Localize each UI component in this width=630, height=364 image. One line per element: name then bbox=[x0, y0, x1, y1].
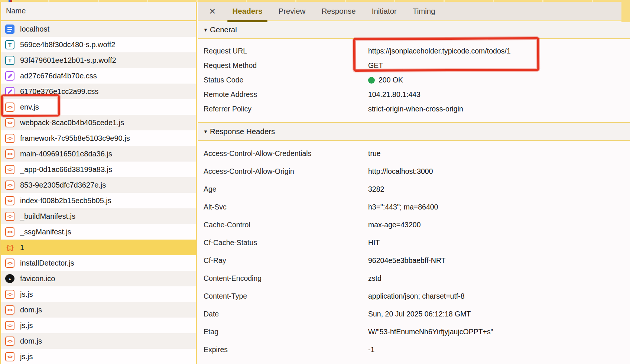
header-value: zstd bbox=[368, 274, 381, 283]
request-row[interactable]: <>dom.js bbox=[1, 302, 196, 318]
header-row: Request MethodGET bbox=[198, 58, 630, 73]
request-row[interactable]: <>js.js bbox=[1, 318, 196, 333]
header-key: Referrer Policy bbox=[204, 105, 368, 113]
header-key: Cf-Ray bbox=[204, 256, 368, 265]
tabbar-edge-highlight bbox=[621, 2, 630, 22]
header-key: Access-Control-Allow-Credentials bbox=[204, 149, 368, 158]
devtools-network-panel: Name localhostT569ce4b8f30dc480-s.p.woff… bbox=[0, 0, 630, 364]
request-row[interactable]: ad27c676daf4b70e.css bbox=[1, 68, 196, 84]
request-row[interactable]: 6170e376e1cc2a99.css bbox=[1, 84, 196, 99]
request-row[interactable]: T93f479601ee12b01-s.p.woff2 bbox=[1, 52, 196, 68]
request-row[interactable]: <>_buildManifest.js bbox=[1, 208, 196, 224]
font-file-icon: T bbox=[5, 56, 14, 65]
request-name: main-4096916501e8da36.js bbox=[20, 150, 112, 158]
response-headers-section: Access-Control-Allow-CredentialstrueAcce… bbox=[198, 141, 630, 358]
request-name: _ssgManifest.js bbox=[20, 228, 71, 236]
json-file-icon: {;} bbox=[5, 243, 14, 252]
header-value: 96204e5e3bbaebff-NRT bbox=[368, 256, 446, 265]
status-ok-dot-icon bbox=[368, 77, 375, 84]
request-name: _buildManifest.js bbox=[20, 212, 75, 221]
header-value: http://localhost:3000 bbox=[368, 167, 433, 176]
header-key: Remote Address bbox=[204, 90, 368, 99]
collapse-caret-icon: ▼ bbox=[203, 27, 208, 33]
header-row: EtagW/"53-hfEnumeNh6YirfjyjaujcOPPT+s" bbox=[198, 323, 630, 341]
request-row[interactable]: <>webpack-8cac0b4b405cede1.js bbox=[1, 115, 196, 130]
header-value-text: Sun, 20 Jul 2025 06:12:18 GMT bbox=[368, 310, 471, 318]
request-name: 569ce4b8f30dc480-s.p.woff2 bbox=[20, 40, 116, 49]
request-row[interactable]: <>853-9e2305dfc7d3627e.js bbox=[1, 177, 196, 193]
request-name: localhost bbox=[20, 25, 49, 33]
header-key: Content-Type bbox=[204, 292, 368, 300]
request-name: dom.js bbox=[20, 306, 42, 314]
request-name: webpack-8cac0b4b405cede1.js bbox=[20, 118, 124, 127]
header-value-text: application/json; charset=utf-8 bbox=[368, 292, 465, 300]
js-file-icon: <> bbox=[5, 321, 14, 330]
section-general-header[interactable]: ▼ General bbox=[198, 21, 630, 39]
close-icon[interactable]: × bbox=[209, 6, 216, 17]
header-value: https://jsonplaceholder.typicode.com/tod… bbox=[368, 47, 511, 55]
header-value: 200 OK bbox=[368, 76, 403, 84]
header-value: true bbox=[368, 149, 381, 158]
js-file-icon: <> bbox=[5, 352, 14, 361]
tab-timing[interactable]: Timing bbox=[413, 1, 435, 21]
js-file-icon: <> bbox=[5, 196, 14, 205]
header-row: Access-Control-Allow-Originhttp://localh… bbox=[198, 162, 630, 180]
brush-glyph bbox=[7, 89, 12, 94]
request-row[interactable]: <>_ssgManifest.js bbox=[1, 224, 196, 240]
header-row: Age3282 bbox=[198, 180, 630, 198]
js-file-icon: <> bbox=[5, 290, 14, 299]
header-row: Access-Control-Allow-Credentialstrue bbox=[198, 144, 630, 162]
header-value: W/"53-hfEnumeNh6YirfjyjaujcOPPT+s" bbox=[368, 328, 493, 336]
section-response-headers-header[interactable]: ▼ Response Headers bbox=[198, 123, 630, 141]
tab-headers[interactable]: Headers bbox=[233, 1, 263, 21]
header-key: Cf-Cache-Status bbox=[204, 238, 368, 247]
request-row[interactable]: <>installDetector.js bbox=[1, 255, 196, 271]
tab-preview[interactable]: Preview bbox=[278, 1, 305, 21]
request-row[interactable]: <>_app-0d1ac66d38199a83.js bbox=[1, 162, 196, 177]
document-icon bbox=[5, 25, 14, 34]
name-column-header[interactable]: Name bbox=[1, 2, 196, 21]
header-value-text: HIT bbox=[368, 238, 380, 247]
request-name: 853-9e2305dfc7d3627e.js bbox=[20, 181, 106, 189]
js-file-icon: <> bbox=[5, 337, 14, 346]
js-file-icon: <> bbox=[5, 149, 14, 159]
request-row[interactable]: T569ce4b8f30dc480-s.p.woff2 bbox=[1, 37, 196, 52]
request-name: framework-7c95b8e5103c9e90.js bbox=[20, 134, 130, 143]
request-row[interactable]: <>js.js bbox=[1, 286, 196, 302]
request-row[interactable]: ▲favicon.ico bbox=[1, 271, 196, 286]
header-row: Referrer Policystrict-origin-when-cross-… bbox=[198, 102, 630, 116]
js-file-icon: <> bbox=[5, 212, 14, 221]
header-value-text: 200 OK bbox=[379, 76, 403, 84]
header-value: strict-origin-when-cross-origin bbox=[368, 105, 463, 113]
tab-response[interactable]: Response bbox=[321, 1, 355, 21]
header-value-text: W/"53-hfEnumeNh6YirfjyjaujcOPPT+s" bbox=[368, 328, 493, 336]
header-value-text: 96204e5e3bbaebff-NRT bbox=[368, 256, 446, 265]
request-row[interactable]: <>index-f008b2b15ecb5b05.js bbox=[1, 193, 196, 208]
css-file-icon bbox=[5, 87, 14, 96]
header-value: application/json; charset=utf-8 bbox=[368, 292, 465, 300]
css-file-icon bbox=[5, 71, 14, 81]
request-name: ad27c676daf4b70e.css bbox=[20, 72, 97, 80]
request-row[interactable]: <>dom.js bbox=[1, 333, 196, 349]
header-row: Content-Typeapplication/json; charset=ut… bbox=[198, 287, 630, 305]
request-row[interactable]: <>main-4096916501e8da36.js bbox=[1, 146, 196, 162]
header-row: Cf-Ray96204e5e3bbaebff-NRT bbox=[198, 251, 630, 269]
request-name: dom.js bbox=[20, 337, 42, 345]
request-row[interactable]: <>js.js bbox=[1, 349, 196, 364]
header-value-text: h3=":443"; ma=86400 bbox=[368, 203, 438, 211]
header-value: GET bbox=[368, 61, 383, 70]
header-key: Content-Encoding bbox=[204, 274, 368, 283]
request-name: env.js bbox=[20, 103, 39, 111]
request-row[interactable]: <>framework-7c95b8e5103c9e90.js bbox=[1, 130, 196, 146]
js-file-icon: <> bbox=[5, 227, 14, 237]
request-row[interactable]: <>env.js bbox=[1, 99, 196, 115]
js-file-icon: <> bbox=[5, 305, 14, 315]
details-tabbar: × HeadersPreviewResponseInitiatorTiming bbox=[198, 2, 630, 21]
request-name: 1 bbox=[20, 243, 24, 252]
request-row[interactable]: {;}1 bbox=[1, 240, 196, 255]
header-key: Access-Control-Allow-Origin bbox=[204, 167, 368, 176]
general-section: Request URLhttps://jsonplaceholder.typic… bbox=[198, 39, 630, 123]
tab-initiator[interactable]: Initiator bbox=[372, 1, 397, 21]
request-row[interactable]: localhost bbox=[1, 21, 196, 37]
header-value-text: zstd bbox=[368, 274, 381, 283]
